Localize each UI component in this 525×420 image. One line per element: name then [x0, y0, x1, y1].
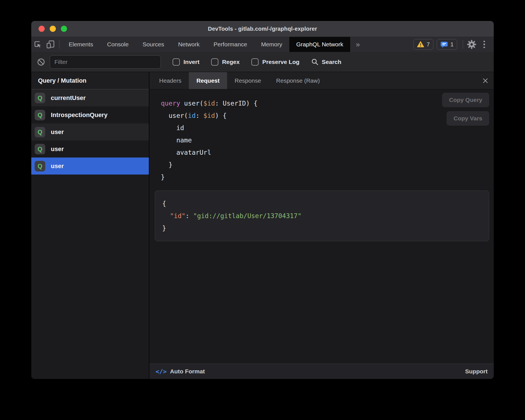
search-label: Search [322, 59, 341, 65]
query-type-icon: Q [35, 93, 45, 103]
checkbox-box[interactable] [251, 58, 259, 66]
support-link[interactable]: Support [465, 368, 488, 375]
checkbox-regex[interactable]: Regex [211, 58, 240, 66]
query-type-icon: Q [35, 110, 45, 120]
checkbox-preserve-log[interactable]: Preserve Log [251, 58, 299, 66]
tab-memory[interactable]: Memory [254, 37, 289, 52]
request-view: query user($id: UserID) { user(id: $id) … [149, 89, 494, 364]
query-list: QcurrentUserQIntrospectionQueryQuserQuse… [31, 89, 149, 379]
more-options-button[interactable] [478, 37, 490, 52]
filter-input[interactable] [50, 55, 161, 69]
more-tabs-button[interactable]: » [350, 37, 365, 52]
checkbox-box[interactable] [211, 58, 218, 66]
tab-graphql-network[interactable]: GraphQL Network [289, 37, 350, 52]
code-format-icon[interactable]: </> [156, 368, 167, 375]
toolbar-divider [463, 40, 463, 49]
title-bar: DevTools - gitlab.com/-/graphql-explorer [31, 21, 494, 37]
query-name: currentUser [51, 94, 86, 102]
query-list-header: Query / Mutation [31, 72, 149, 89]
inspect-icon [33, 40, 42, 49]
warning-icon [417, 41, 424, 48]
tab-performance[interactable]: Performance [207, 37, 254, 52]
settings-button[interactable] [465, 37, 478, 52]
checkbox-label: Regex [222, 59, 240, 65]
query-name: IntrospectionQuery [51, 111, 108, 119]
copy-vars-button[interactable]: Copy Vars [447, 111, 489, 126]
tab-elements[interactable]: Elements [62, 37, 100, 52]
list-item-introspectionquery[interactable]: QIntrospectionQuery [31, 106, 149, 123]
query-type-icon: Q [35, 161, 45, 171]
detail-tab-response-raw[interactable]: Response (Raw) [269, 72, 327, 89]
toolbar-divider [59, 40, 59, 49]
copy-query-button[interactable]: Copy Query [442, 93, 489, 107]
close-icon [482, 77, 489, 84]
detail-tab-response[interactable]: Response [227, 72, 269, 89]
list-item-user[interactable]: Quser [31, 157, 149, 175]
inspect-element-button[interactable] [31, 37, 44, 52]
checkbox-invert[interactable]: Invert [173, 58, 199, 66]
devtools-tabbar: ElementsConsoleSourcesNetworkPerformance… [31, 37, 494, 52]
tab-sources[interactable]: Sources [136, 37, 171, 52]
zoom-window-button[interactable] [61, 26, 67, 32]
search-toggle[interactable]: Search [311, 58, 341, 66]
auto-format-button[interactable]: Auto Format [170, 368, 205, 375]
checkbox-label: Invert [183, 59, 199, 65]
device-toolbar-icon [46, 40, 55, 49]
graphql-query-code: query user($id: UserID) { user(id: $id) … [155, 97, 489, 183]
block-icon [37, 58, 45, 66]
detail-footer: </> Auto Format Support [149, 364, 494, 379]
detail-tabbar: HeadersRequestResponseResponse (Raw) [149, 72, 494, 89]
messages-badge[interactable]: 1 [437, 39, 457, 50]
detail-panel: HeadersRequestResponseResponse (Raw) que… [149, 72, 494, 379]
devtools-tabs: ElementsConsoleSourcesNetworkPerformance… [62, 37, 350, 52]
close-window-button[interactable] [39, 26, 45, 32]
graphql-variables-box: { "id": "gid://gitlab/User/13704317"} [155, 190, 489, 241]
message-icon [440, 41, 448, 48]
query-type-icon: Q [35, 127, 45, 137]
detail-tab-headers[interactable]: Headers [152, 72, 189, 89]
clear-filter-button[interactable] [37, 58, 45, 66]
warnings-badge[interactable]: 7 [413, 39, 433, 50]
query-name: user [51, 163, 64, 170]
query-list-panel: Query / Mutation QcurrentUserQIntrospect… [31, 72, 149, 379]
minimize-window-button[interactable] [50, 26, 56, 32]
query-name: user [51, 145, 64, 153]
list-item-user[interactable]: Quser [31, 123, 149, 140]
traffic-lights [39, 21, 67, 37]
detail-tab-request[interactable]: Request [189, 72, 227, 89]
query-type-icon: Q [35, 144, 45, 154]
close-detail-button[interactable] [477, 72, 494, 89]
main-split: Query / Mutation QcurrentUserQIntrospect… [31, 72, 494, 379]
filter-toolbar: InvertRegexPreserve Log Search [31, 52, 494, 72]
warning-count: 7 [427, 41, 430, 48]
tab-network[interactable]: Network [171, 37, 207, 52]
window-title: DevTools - gitlab.com/-/graphql-explorer [208, 26, 317, 32]
message-count: 1 [450, 41, 454, 48]
checkbox-label: Preserve Log [262, 59, 299, 65]
search-icon [311, 58, 319, 66]
list-item-currentuser[interactable]: QcurrentUser [31, 89, 149, 106]
toggle-device-toolbar-button[interactable] [44, 37, 57, 52]
list-item-user[interactable]: Quser [31, 140, 149, 157]
checkbox-box[interactable] [173, 58, 180, 66]
devtools-window: DevTools - gitlab.com/-/graphql-explorer… [31, 21, 494, 379]
gear-icon [467, 40, 476, 49]
query-name: user [51, 128, 64, 136]
tab-console[interactable]: Console [100, 37, 136, 52]
